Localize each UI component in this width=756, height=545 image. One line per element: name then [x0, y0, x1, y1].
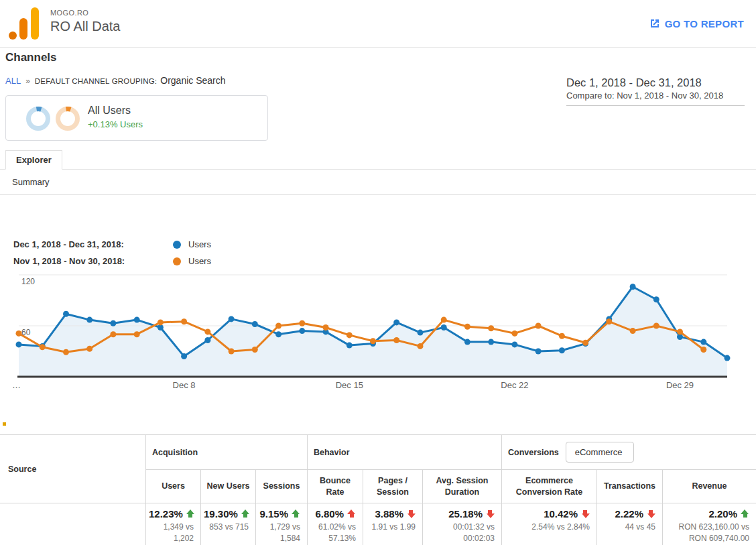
svg-text:…: …: [12, 380, 21, 390]
legend-dot-compare-icon: [173, 257, 181, 265]
total-users-detail: 1,349 vs 1,202: [149, 522, 194, 544]
total-avg-session-duration-detail: 00:01:32 vs 00:02:03: [426, 522, 495, 544]
total-revenue-pct: 2.20%: [708, 508, 737, 520]
donut-chart-primary-icon: [25, 105, 52, 132]
tab-explorer[interactable]: Explorer: [5, 150, 62, 170]
legend-row-compare: Nov 1, 2018 - Nov 30, 2018: Users: [13, 253, 211, 269]
breadcrumb-all-link[interactable]: ALL: [5, 76, 21, 86]
svg-text:Dec 29: Dec 29: [666, 380, 694, 390]
subnav-summary[interactable]: Summary: [12, 177, 50, 187]
date-range-primary: Dec 1, 2018 - Dec 31, 2018: [566, 76, 745, 89]
artifact-dot: [3, 422, 6, 426]
legend-row-primary: Dec 1, 2018 - Dec 31, 2018: Users: [13, 236, 211, 253]
conversions-label: Conversions: [508, 448, 559, 457]
chart-legend: Dec 1, 2018 - Dec 31, 2018: Users Nov 1,…: [13, 236, 211, 269]
total-pages-session-detail: 1.91 vs 1.99: [366, 522, 416, 533]
legend-series-label: Users: [188, 239, 211, 249]
brand-block: MOGO.RO RO All Data: [50, 9, 120, 34]
total-revenue-detail: RON 623,160.00 vs RON 609,740.00: [666, 522, 749, 544]
total-ecommerce-conversion-rate-detail: 2.54% vs 2.84%: [505, 522, 590, 533]
column-header-avg-session-duration[interactable]: Avg. Session Duration: [422, 470, 501, 503]
column-header-source: Source: [0, 435, 145, 503]
total-bounce-rate-detail: 61.02% vs 57.13%: [310, 522, 356, 544]
column-header-bounce-rate[interactable]: Bounce Rate: [307, 470, 363, 503]
trend-arrow-icon: [292, 509, 300, 518]
total-sessions: 9.15% 1,729 vs 1,584: [255, 503, 307, 545]
svg-text:Dec 22: Dec 22: [501, 380, 528, 390]
svg-text:Dec 15: Dec 15: [336, 380, 363, 390]
trend-arrow-icon: [347, 509, 356, 518]
external-link-icon: [649, 17, 661, 29]
google-analytics-logo-icon: [9, 7, 41, 40]
segment-text: All Users +0.13% Users: [88, 105, 143, 129]
trend-arrow-icon: [486, 509, 495, 518]
total-sessions-pct: 9.15%: [259, 508, 288, 520]
trend-arrow-icon: [186, 509, 195, 518]
users-line-chart: 12060…Dec 8Dec 15Dec 22Dec 29: [0, 268, 756, 396]
donut-chart-compare-icon: [54, 105, 81, 132]
conversions-goal-select[interactable]: eCommerce: [566, 442, 634, 463]
legend-date-label: Nov 1, 2018 - Nov 30, 2018:: [13, 256, 173, 266]
total-bounce-rate: 6.80% 61.02% vs 57.13%: [307, 503, 363, 545]
group-header-acquisition: Acquisition: [145, 435, 307, 470]
total-revenue: 2.20% RON 623,160.00 vs RON 609,740.00: [662, 503, 756, 545]
total-users: 12.23% 1,349 vs 1,202: [145, 503, 200, 545]
go-to-report-link[interactable]: GO TO REPORT: [649, 17, 744, 29]
analytics-report-page: MOGO.RO RO All Data GO TO REPORT Channel…: [0, 0, 756, 545]
total-pages-session: 3.88% 1.91 vs 1.99: [363, 503, 422, 545]
page-title: Channels: [5, 51, 57, 64]
account-name: MOGO.RO: [50, 9, 120, 17]
total-avg-session-duration-pct: 25.18%: [448, 508, 483, 520]
total-ecommerce-conversion-rate-pct: 10.42%: [544, 508, 578, 520]
breadcrumb-dimension-label: DEFAULT CHANNEL GROUPING:: [35, 77, 157, 85]
column-header-transactions[interactable]: Transactions: [596, 470, 662, 503]
total-ecommerce-conversion-rate: 10.42% 2.54% vs 2.84%: [501, 503, 596, 545]
total-sessions-detail: 1,729 vs 1,584: [259, 522, 300, 544]
total-pages-session-pct: 3.88%: [375, 508, 403, 520]
trend-arrow-icon: [407, 509, 416, 518]
date-range-compare: Compare to: Nov 1, 2018 - Nov 30, 2018: [566, 90, 745, 101]
trend-arrow-icon: [581, 509, 590, 518]
column-header-new-users[interactable]: New Users: [200, 470, 255, 503]
breadcrumb: ALL » DEFAULT CHANNEL GROUPING: Organic …: [5, 75, 226, 86]
trend-arrow-icon: [241, 509, 250, 518]
total-new-users-detail: 853 vs 715: [204, 522, 249, 533]
column-header-pages-session[interactable]: Pages / Session: [363, 470, 422, 503]
go-to-report-label: GO TO REPORT: [665, 18, 744, 29]
group-header-conversions: Conversions eCommerce: [501, 435, 756, 470]
svg-text:120: 120: [21, 277, 35, 286]
segment-donuts: [25, 105, 81, 132]
segment-title: All Users: [88, 105, 143, 117]
top-bar: MOGO.RO RO All Data GO TO REPORT: [0, 0, 756, 48]
trend-arrow-icon: [741, 509, 749, 518]
total-new-users-pct: 19.30%: [204, 508, 238, 520]
breadcrumb-separator: »: [25, 76, 30, 86]
view-name: RO All Data: [50, 19, 120, 34]
total-transactions-detail: 44 vs 45: [600, 522, 655, 533]
metrics-table: Source Acquisition Behavior Conversions …: [0, 434, 756, 545]
tab-strip: Explorer: [0, 150, 756, 170]
breadcrumb-dimension-value: Organic Search: [160, 75, 225, 86]
legend-series-label: Users: [188, 256, 211, 266]
segment-delta: +0.13% Users: [88, 119, 143, 129]
legend-date-label: Dec 1, 2018 - Dec 31, 2018:: [13, 239, 173, 249]
date-range-block: Dec 1, 2018 - Dec 31, 2018 Compare to: N…: [566, 76, 745, 106]
total-users-pct: 12.23%: [149, 508, 183, 520]
totals-row-label-cell: [0, 503, 145, 545]
total-avg-session-duration: 25.18% 00:01:32 vs 00:02:03: [422, 503, 501, 545]
total-new-users: 19.30% 853 vs 715: [200, 503, 255, 545]
column-header-sessions[interactable]: Sessions: [255, 470, 307, 503]
segment-card-all-users[interactable]: All Users +0.13% Users: [5, 95, 268, 141]
column-header-users[interactable]: Users: [145, 470, 200, 503]
total-bounce-rate-pct: 6.80%: [315, 508, 344, 520]
trend-arrow-icon: [647, 509, 655, 518]
svg-text:60: 60: [21, 328, 31, 337]
subnav: Summary: [0, 170, 756, 195]
total-transactions-pct: 2.22%: [615, 508, 643, 520]
total-transactions: 2.22% 44 vs 45: [596, 503, 662, 545]
group-header-behavior: Behavior: [307, 435, 501, 470]
column-header-ecommerce-conversion-rate[interactable]: Ecommerce Conversion Rate: [501, 470, 596, 503]
svg-text:Dec 8: Dec 8: [173, 380, 196, 390]
legend-dot-primary-icon: [173, 241, 181, 249]
column-header-revenue[interactable]: Revenue: [662, 470, 756, 503]
